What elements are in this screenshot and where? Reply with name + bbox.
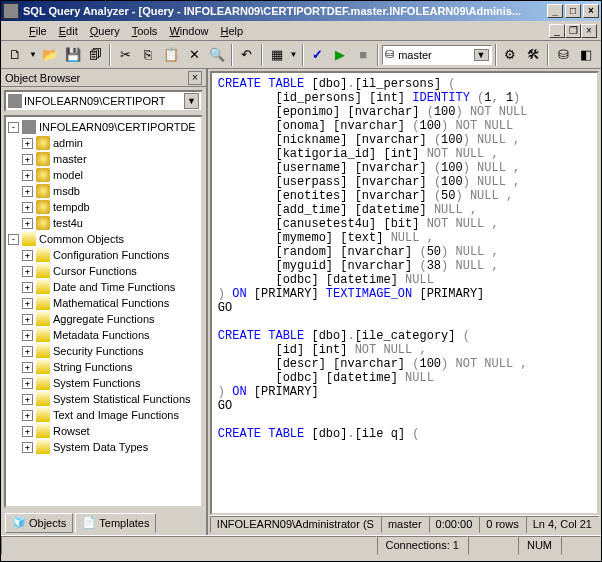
database-combo-value: master xyxy=(398,49,432,61)
mdi-minimize[interactable]: _ xyxy=(549,24,565,38)
copy-button[interactable]: ⎘ xyxy=(137,44,159,66)
show-plan-button[interactable]: ◧ xyxy=(575,44,597,66)
expander-icon[interactable]: + xyxy=(22,314,33,325)
tree-folder[interactable]: +Text and Image Functions xyxy=(8,407,199,423)
object-tree[interactable]: -INFOLEARN09\CERTIPORTDE+admin+master+mo… xyxy=(4,115,203,508)
minimize-button[interactable]: _ xyxy=(547,4,563,18)
tree-folder[interactable]: +Metadata Functions xyxy=(8,327,199,343)
expander-icon[interactable]: + xyxy=(22,362,33,373)
clear-button[interactable]: ✕ xyxy=(183,44,205,66)
tree-root-server[interactable]: -INFOLEARN09\CERTIPORTDE xyxy=(8,119,199,135)
open-button[interactable]: 📂 xyxy=(39,44,61,66)
expander-icon[interactable]: + xyxy=(22,298,33,309)
tree-db-test4u[interactable]: +test4u xyxy=(8,215,199,231)
menu-tools[interactable]: Tools xyxy=(126,23,164,39)
status-num: NUM xyxy=(518,536,561,555)
tree-folder[interactable]: +Cursor Functions xyxy=(8,263,199,279)
expander-icon[interactable]: + xyxy=(22,138,33,149)
expander-icon[interactable]: + xyxy=(22,346,33,357)
tree-folder[interactable]: +System Statistical Functions xyxy=(8,391,199,407)
menu-window[interactable]: Window xyxy=(163,23,214,39)
tree-db-master[interactable]: +master xyxy=(8,151,199,167)
expander-icon[interactable]: + xyxy=(22,442,33,453)
db-icon xyxy=(36,216,50,230)
tree-folder[interactable]: +System Functions xyxy=(8,375,199,391)
tree-db-admin[interactable]: +admin xyxy=(8,135,199,151)
sql-editor[interactable]: CREATE TABLE [dbo].[il_persons] ( [id_pe… xyxy=(210,71,599,515)
expander-icon[interactable]: + xyxy=(22,378,33,389)
mdi-restore[interactable]: ❐ xyxy=(565,24,581,38)
folder-icon xyxy=(36,296,50,310)
estimated-plan-button[interactable]: ⚙ xyxy=(500,44,522,66)
tree-db-msdb[interactable]: +msdb xyxy=(8,183,199,199)
window-title: SQL Query Analyzer - [Query - INFOLEARN0… xyxy=(23,5,547,17)
status-connections: Connections: 1 xyxy=(377,536,468,555)
object-browser-close[interactable]: × xyxy=(188,71,202,85)
expander-icon[interactable]: + xyxy=(22,394,33,405)
execute-button[interactable]: ▶ xyxy=(329,44,351,66)
tree-folder[interactable]: +String Functions xyxy=(8,359,199,375)
tree-label: System Functions xyxy=(53,377,140,389)
menu-help[interactable]: Help xyxy=(215,23,250,39)
tab-templates[interactable]: 📄Templates xyxy=(75,513,156,533)
menu-query[interactable]: Query xyxy=(84,23,126,39)
new-query-button[interactable]: 🗋 xyxy=(5,44,27,66)
server-combo[interactable]: INFOLEARN09\CERTIPORT ▼ xyxy=(4,90,203,112)
tree-label: Metadata Functions xyxy=(53,329,150,341)
expander-icon[interactable]: + xyxy=(22,250,33,261)
paste-button[interactable]: 📋 xyxy=(160,44,182,66)
tree-label: Mathematical Functions xyxy=(53,297,169,309)
folder-icon xyxy=(36,376,50,390)
db-icon xyxy=(36,136,50,150)
expander-icon[interactable]: + xyxy=(22,186,33,197)
mode-dropdown[interactable]: ▼ xyxy=(289,44,299,66)
tree-folder[interactable]: +Mathematical Functions xyxy=(8,295,199,311)
tree-label: model xyxy=(53,169,83,181)
expander-icon[interactable]: + xyxy=(22,154,33,165)
cut-button[interactable]: ✂ xyxy=(114,44,136,66)
tree-folder[interactable]: +Aggregate Functions xyxy=(8,311,199,327)
db-icon xyxy=(36,200,50,214)
find-button[interactable]: 🔍 xyxy=(206,44,228,66)
tree-folder[interactable]: +Configuration Functions xyxy=(8,247,199,263)
object-search-button[interactable]: ⛁ xyxy=(552,44,574,66)
tree-label: System Data Types xyxy=(53,441,148,453)
expander-icon[interactable]: + xyxy=(22,170,33,181)
tree-folder[interactable]: +Rowset xyxy=(8,423,199,439)
server-combo-value: INFOLEARN09\CERTIPORT xyxy=(24,95,165,107)
tab-objects[interactable]: 🧊Objects xyxy=(5,513,73,533)
expander-icon[interactable]: + xyxy=(22,330,33,341)
cancel-exec-button[interactable]: ■ xyxy=(352,44,374,66)
expander-icon[interactable]: + xyxy=(22,282,33,293)
new-dropdown[interactable]: ▼ xyxy=(28,44,38,66)
expander-icon[interactable]: + xyxy=(22,426,33,437)
close-button[interactable]: × xyxy=(583,4,599,18)
expander-icon[interactable]: + xyxy=(22,202,33,213)
save-button[interactable]: 💾 xyxy=(62,44,84,66)
parse-button[interactable]: ✓ xyxy=(307,44,329,66)
tree-folder[interactable]: +Date and Time Functions xyxy=(8,279,199,295)
expander-icon[interactable]: + xyxy=(22,218,33,229)
folder-icon xyxy=(36,360,50,374)
saveall-button[interactable]: 🗐 xyxy=(85,44,107,66)
execute-mode-button[interactable]: ▦ xyxy=(266,44,288,66)
tree-db-tempdb[interactable]: +tempdb xyxy=(8,199,199,215)
menu-edit[interactable]: Edit xyxy=(53,23,84,39)
chevron-down-icon[interactable]: ▼ xyxy=(474,49,489,61)
maximize-button[interactable]: □ xyxy=(565,4,581,18)
menu-file[interactable]: File xyxy=(23,23,53,39)
database-combo[interactable]: ⛁ master ▼ xyxy=(382,45,491,65)
expander-icon[interactable]: - xyxy=(8,234,19,245)
chevron-down-icon[interactable]: ▼ xyxy=(184,93,199,109)
expander-icon[interactable]: + xyxy=(22,410,33,421)
expander-icon[interactable]: - xyxy=(8,122,19,133)
tree-db-model[interactable]: +model xyxy=(8,167,199,183)
mdi-close[interactable]: × xyxy=(581,24,597,38)
object-browser-button[interactable]: 🛠 xyxy=(522,44,544,66)
folder-icon xyxy=(36,312,50,326)
expander-icon[interactable]: + xyxy=(22,266,33,277)
tree-folder[interactable]: +System Data Types xyxy=(8,439,199,455)
tree-common-objects[interactable]: -Common Objects xyxy=(8,231,199,247)
tree-folder[interactable]: +Security Functions xyxy=(8,343,199,359)
undo-button[interactable]: ↶ xyxy=(236,44,258,66)
